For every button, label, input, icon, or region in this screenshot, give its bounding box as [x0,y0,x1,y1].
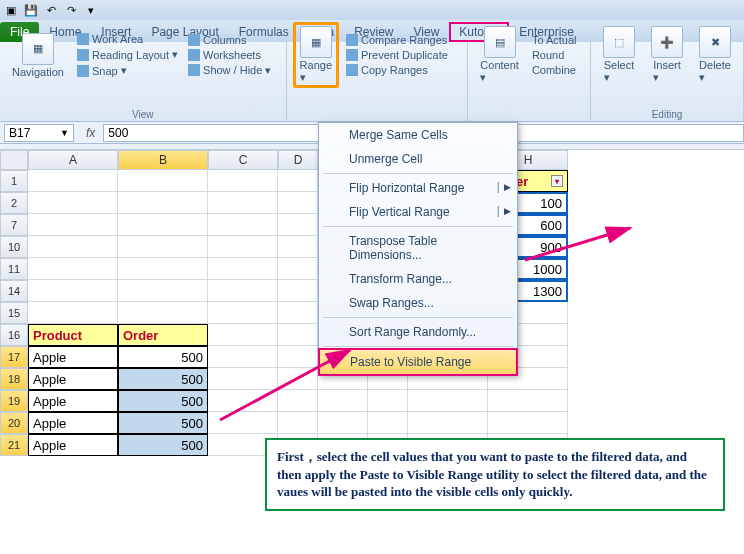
col-D[interactable]: D [278,150,318,170]
cell-D[interactable] [278,302,318,324]
cell-H[interactable] [488,412,568,434]
cell-C[interactable] [208,236,278,258]
row-header[interactable]: 1 [0,170,28,192]
fx-label[interactable]: fx [78,126,103,140]
col-B[interactable]: B [118,150,208,170]
cell-D[interactable] [278,192,318,214]
cell-C[interactable] [208,302,278,324]
cell-D[interactable] [278,258,318,280]
cell-A[interactable] [28,214,118,236]
cell-B[interactable]: 500 [118,390,208,412]
content-button[interactable]: ▤ Content▾ [474,24,525,86]
row-header[interactable]: 15 [0,302,28,324]
snap-button[interactable]: Snap ▾ [74,63,181,78]
insert-button[interactable]: ➕Insert▾ [645,24,689,86]
cell-A[interactable]: Apple [28,390,118,412]
compare-button[interactable]: Compare Ranges [343,33,451,47]
prevent-button[interactable]: Prevent Duplicate [343,48,451,62]
cell-A[interactable] [28,258,118,280]
cell-A[interactable] [28,170,118,192]
filter-icon[interactable]: ▾ [551,175,563,187]
row-header[interactable]: 14 [0,280,28,302]
name-box[interactable]: B17▼ [4,124,74,142]
cell-B[interactable] [118,280,208,302]
range-label: Range▾ [300,59,332,84]
cell-B[interactable]: 500 [118,434,208,456]
select-all-corner[interactable] [0,150,28,170]
cell-A[interactable] [28,236,118,258]
readinglayout-button[interactable]: Reading Layout ▾ [74,47,181,62]
cell-B[interactable] [118,258,208,280]
cell-G[interactable] [408,412,488,434]
cell-C[interactable] [208,214,278,236]
row-header[interactable]: 21 [0,434,28,456]
cell-C[interactable] [208,170,278,192]
cell-C[interactable] [208,192,278,214]
cell-B[interactable]: 500 [118,346,208,368]
cell-B[interactable] [118,214,208,236]
submenu-arrow-icon: │ ▶ [496,206,511,216]
cell-B[interactable] [118,170,208,192]
cell-H[interactable] [488,390,568,412]
cell-F[interactable] [368,412,408,434]
cell-A[interactable]: Product [28,324,118,346]
row-header[interactable]: 2 [0,192,28,214]
combine-button[interactable]: Combine [529,63,580,77]
showhide-button[interactable]: Show / Hide ▾ [185,63,274,78]
menu-swap[interactable]: Swap Ranges... [319,291,517,315]
menu-unmerge[interactable]: Unmerge Cell [319,147,517,171]
cell-B[interactable] [118,192,208,214]
save-icon[interactable]: 💾 [24,3,38,17]
cell-F[interactable] [368,390,408,412]
qat-more-icon[interactable]: ▾ [84,3,98,17]
cell-D[interactable] [278,236,318,258]
cell-G[interactable] [408,390,488,412]
cell-A[interactable]: Apple [28,434,118,456]
workarea-button[interactable]: Work Area [74,32,181,46]
columns-button[interactable]: Columns [185,33,274,47]
menu-transform[interactable]: Transform Range... [319,267,517,291]
row-header[interactable]: 20 [0,412,28,434]
cell-A[interactable] [28,302,118,324]
cell-B[interactable] [118,236,208,258]
col-A[interactable]: A [28,150,118,170]
menu-merge[interactable]: Merge Same Cells [319,123,517,147]
cell-A[interactable]: Apple [28,368,118,390]
cell-A[interactable] [28,280,118,302]
menu-fliph[interactable]: Flip Horizontal Range│ ▶ [319,176,517,200]
undo-icon[interactable]: ↶ [44,3,58,17]
cell-B[interactable]: 500 [118,412,208,434]
range-button[interactable]: ▦ Range▾ [293,22,339,88]
toactual-button[interactable]: To Actual [529,33,580,47]
round-button[interactable]: Round [529,48,580,62]
row-header[interactable]: 19 [0,390,28,412]
redo-icon[interactable]: ↷ [64,3,78,17]
select-button[interactable]: ⬚Select▾ [597,24,641,86]
cell-A[interactable]: Apple [28,346,118,368]
arrow-to-menu [210,340,360,430]
copy-label: Copy Ranges [361,64,428,76]
menu-flipv[interactable]: Flip Vertical Range│ ▶ [319,200,517,224]
row-header[interactable]: 10 [0,236,28,258]
navigation-button[interactable]: ▦ Navigation [6,31,70,80]
col-C[interactable]: C [208,150,278,170]
row-header[interactable]: 18 [0,368,28,390]
cell-D[interactable] [278,170,318,192]
cell-D[interactable] [278,280,318,302]
cell-C[interactable] [208,258,278,280]
copy-button[interactable]: Copy Ranges [343,63,451,77]
row-header[interactable]: 7 [0,214,28,236]
row-header[interactable]: 17 [0,346,28,368]
cell-C[interactable] [208,280,278,302]
worksheets-button[interactable]: Worksheets [185,48,274,62]
row-header[interactable]: 16 [0,324,28,346]
delete-button[interactable]: ✖Delete▾ [693,24,737,86]
cell-A[interactable]: Apple [28,412,118,434]
cell-B[interactable] [118,302,208,324]
menu-transpose[interactable]: Transpose Table Dimensions... [319,229,517,267]
row-header[interactable]: 11 [0,258,28,280]
cell-A[interactable] [28,192,118,214]
cell-D[interactable] [278,214,318,236]
cell-B[interactable]: Order [118,324,208,346]
cell-B[interactable]: 500 [118,368,208,390]
